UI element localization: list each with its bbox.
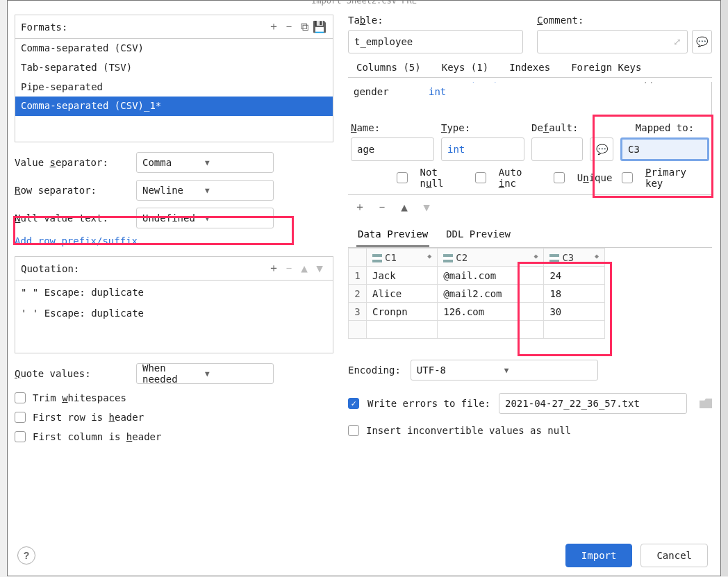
tab-foreign-keys[interactable]: Foreign Keys — [571, 62, 641, 73]
comment-button[interactable]: 💬 — [692, 30, 712, 53]
column-name: gender — [354, 86, 416, 97]
quotation-list[interactable]: " " Escape: duplicate ' ' Escape: duplic… — [15, 280, 333, 353]
cell[interactable] — [367, 321, 438, 339]
cancel-button[interactable]: Cancel — [640, 544, 708, 567]
import-button[interactable]: Import — [565, 544, 633, 567]
column-list[interactable]: email varchar(255) mapped to c2 gender i… — [348, 82, 712, 119]
format-item[interactable]: Pipe-separated — [15, 78, 333, 97]
unique-checkbox[interactable] — [554, 172, 565, 183]
col-default-label: Default: — [531, 122, 583, 133]
chevron-down-icon: ▼ — [205, 158, 267, 167]
col-type-input[interactable]: int — [441, 137, 524, 161]
cell[interactable]: 126.com — [438, 303, 544, 321]
col-header[interactable]: C3◆ — [544, 249, 605, 267]
speech-bubble-icon: 💬 — [696, 36, 708, 47]
tab-columns[interactable]: Columns (5) — [356, 62, 421, 73]
row-separator-combo[interactable]: Newline ▼ — [136, 180, 274, 201]
encoding-label: Encoding: — [348, 365, 401, 376]
table-structure-tabs: Columns (5) Keys (1) Indexes Foreign Key… — [348, 62, 712, 78]
cell[interactable] — [438, 321, 544, 339]
preview-tabs: Data Preview DDL Preview — [348, 224, 712, 248]
format-item[interactable]: Comma-separated (CSV)_1* — [15, 97, 333, 116]
column-icon — [372, 254, 382, 262]
tab-keys[interactable]: Keys (1) — [442, 62, 488, 73]
add-quotation-icon[interactable]: ＋ — [266, 261, 281, 276]
quotation-item[interactable]: ' ' Escape: duplicate — [15, 303, 333, 324]
table-label: Table: — [348, 15, 523, 26]
chevron-down-icon: ▼ — [205, 186, 267, 195]
chevron-down-icon: ▼ — [205, 214, 267, 223]
chevron-down-icon: ▼ — [205, 369, 267, 378]
col-header[interactable]: C1◆ — [367, 249, 438, 267]
cell[interactable] — [544, 321, 605, 339]
comment-input[interactable]: ⤢ — [537, 30, 688, 53]
row-number: 1 — [349, 267, 367, 285]
value-separator-value: Comma — [142, 157, 205, 168]
folder-icon[interactable] — [700, 399, 712, 408]
col-name-input[interactable]: age — [351, 137, 434, 161]
quotation-header: Quotation: ＋ － ▲ ▼ — [15, 256, 333, 280]
col-mapped-input[interactable]: C3 — [620, 137, 709, 161]
quotation-label: Quotation: — [21, 263, 266, 274]
remove-quotation-icon[interactable]: － — [281, 261, 297, 276]
table-name-input[interactable]: t_employee — [348, 30, 523, 53]
write-errors-checkbox[interactable]: ✓ — [348, 398, 359, 409]
help-button[interactable]: ? — [17, 546, 35, 565]
first-row-header-label: First row is header — [33, 412, 144, 423]
autoinc-checkbox[interactable] — [475, 172, 486, 183]
save-format-icon[interactable]: 💾 — [312, 19, 327, 35]
col-properties-button[interactable]: 💬 — [590, 137, 613, 161]
add-column-icon[interactable]: ＋ — [352, 199, 367, 215]
cell[interactable]: @mail2.com — [438, 285, 544, 303]
column-mapped: mapped to c2 — [633, 82, 703, 83]
tab-data-preview[interactable]: Data Preview — [356, 224, 429, 247]
cell[interactable]: 18 — [544, 285, 605, 303]
column-row[interactable]: gender int — [348, 85, 709, 99]
row-number — [349, 321, 367, 339]
cell[interactable]: Jack — [367, 267, 438, 285]
formats-list[interactable]: Comma-separated (CSV) Tab-separated (TSV… — [15, 38, 333, 142]
move-down-icon[interactable]: ▼ — [312, 261, 327, 276]
quote-values-combo[interactable]: When needed ▼ — [136, 363, 274, 384]
pk-checkbox[interactable] — [622, 172, 633, 183]
chevron-down-icon: ▼ — [504, 366, 592, 375]
format-item[interactable]: Tab-separated (TSV) — [15, 58, 333, 78]
quotation-item[interactable]: " " Escape: duplicate — [15, 282, 333, 303]
value-separator-combo[interactable]: Comma ▼ — [136, 152, 274, 173]
first-row-header-checkbox[interactable] — [15, 412, 26, 423]
error-file-input[interactable]: 2021-04-27_22_36_57.txt — [499, 393, 687, 414]
table-row: 2 Alice @mail2.com 18 — [349, 285, 605, 303]
col-name-value: age — [357, 144, 374, 155]
trim-whitespace-checkbox[interactable] — [15, 392, 26, 403]
format-item[interactable]: Comma-separated (CSV) — [15, 39, 333, 58]
null-text-combo[interactable]: Undefined ▼ — [136, 208, 274, 228]
add-row-prefix-link[interactable]: Add row prefix/suffix — [15, 235, 138, 246]
table-row: 3 Cronpn 126.com 30 — [349, 303, 605, 321]
move-down-icon[interactable]: ▼ — [419, 199, 434, 215]
copy-format-icon[interactable]: ⧉ — [297, 19, 312, 35]
cell[interactable]: 24 — [544, 267, 605, 285]
row-header-blank — [349, 249, 367, 267]
cell[interactable]: Cronpn — [367, 303, 438, 321]
cell[interactable]: Alice — [367, 285, 438, 303]
add-format-icon[interactable]: ＋ — [266, 19, 281, 35]
cell[interactable]: @mail.com — [438, 267, 544, 285]
tab-indexes[interactable]: Indexes — [509, 62, 550, 73]
encoding-combo[interactable]: UTF-8 ▼ — [411, 360, 598, 381]
move-up-icon[interactable]: ▲ — [397, 199, 412, 215]
remove-column-icon[interactable]: － — [374, 199, 390, 215]
import-dialog: Import Sheet2.csv PRE Formats: ＋ － ⧉ 💾 C… — [7, 0, 721, 576]
notnull-checkbox[interactable] — [397, 172, 408, 183]
col-header[interactable]: C2◆ — [438, 249, 544, 267]
col-default-input[interactable] — [531, 137, 583, 161]
insert-null-checkbox[interactable] — [348, 425, 359, 436]
table-row: 1 Jack @mail.com 24 — [349, 267, 605, 285]
remove-format-icon[interactable]: － — [281, 19, 297, 35]
value-separator-label: Value separator: — [15, 157, 136, 168]
first-col-header-checkbox[interactable] — [15, 431, 26, 442]
autoinc-label: Auto inc — [499, 167, 545, 189]
tab-ddl-preview[interactable]: DDL Preview — [445, 224, 512, 247]
move-up-icon[interactable]: ▲ — [297, 261, 312, 276]
cell[interactable]: 30 — [544, 303, 605, 321]
col-type-label: Type: — [441, 122, 524, 133]
